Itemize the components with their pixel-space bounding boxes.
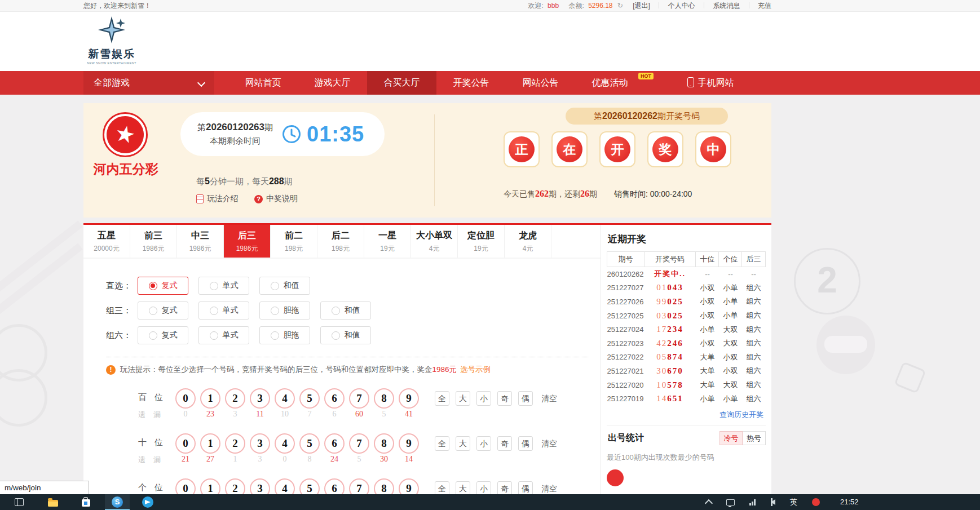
- recharge-link[interactable]: 充值: [758, 2, 771, 10]
- digit-cell: 760: [347, 388, 372, 424]
- tab-6[interactable]: 一星19元: [364, 225, 411, 258]
- tab-3[interactable]: 后三1986元: [224, 225, 271, 258]
- draw-attr-units: 小单: [719, 296, 742, 307]
- digit-button[interactable]: 0: [175, 433, 196, 454]
- digit-button[interactable]: 4: [275, 433, 295, 454]
- user-center-link[interactable]: 个人中心: [668, 2, 695, 10]
- cold-numbers-tab[interactable]: 冷号: [719, 431, 743, 445]
- recent-draw-row: 260120262开奖中..------: [607, 267, 766, 281]
- digit-button[interactable]: 7: [349, 433, 369, 454]
- digit-button[interactable]: 0: [175, 388, 196, 409]
- quick-button[interactable]: 偶: [518, 436, 533, 451]
- prize-rules-link[interactable]: ? 中奖说明: [254, 194, 298, 204]
- digit-button[interactable]: 5: [299, 433, 320, 454]
- tab-7[interactable]: 大小单双4元: [411, 225, 458, 258]
- quick-button[interactable]: 小: [476, 436, 491, 451]
- clear-button[interactable]: 清空: [541, 436, 557, 451]
- logout-link[interactable]: [退出]: [633, 2, 650, 10]
- system-messages-link[interactable]: 系统消息: [713, 2, 740, 10]
- quick-button[interactable]: 小: [476, 391, 491, 406]
- task-view-button[interactable]: [7, 494, 32, 510]
- draw-attr-units: 小单: [719, 283, 742, 293]
- digit-button[interactable]: 3: [250, 388, 270, 409]
- tray-expand-icon[interactable]: [705, 499, 713, 507]
- quick-button[interactable]: 全: [435, 391, 449, 406]
- nav-item-5[interactable]: 优惠活动HOT: [575, 71, 644, 95]
- volume-tray-icon[interactable]: [771, 499, 775, 505]
- digit-button[interactable]: 6: [324, 388, 345, 409]
- quick-button[interactable]: 大: [456, 436, 470, 451]
- play-option[interactable]: 和值: [259, 277, 310, 295]
- divider: [659, 2, 659, 8]
- red-app-tray-icon[interactable]: [812, 498, 820, 506]
- play-option[interactable]: 单式: [198, 277, 249, 295]
- digit-button[interactable]: 7: [349, 388, 369, 409]
- play-option[interactable]: 单式: [198, 301, 249, 320]
- play-option[interactable]: 复式: [138, 326, 188, 344]
- tab-0[interactable]: 五星20000元: [83, 225, 130, 258]
- display-tray-icon[interactable]: [726, 499, 735, 505]
- nav-item-0[interactable]: 网站首页: [228, 71, 298, 95]
- digit-button[interactable]: 5: [299, 388, 320, 409]
- digit-button[interactable]: 4: [275, 388, 295, 409]
- quick-button[interactable]: 偶: [518, 391, 533, 406]
- digit-button[interactable]: 9: [399, 433, 419, 454]
- network-tray-icon[interactable]: [749, 499, 756, 505]
- game-banner: ★ 河内五分彩 第20260120263期 本期剩余时间 01:35 每5分钟一…: [83, 103, 771, 218]
- example-link[interactable]: 选号示例: [460, 365, 491, 374]
- quick-button[interactable]: 奇: [497, 391, 512, 406]
- digit-button[interactable]: 8: [374, 433, 394, 454]
- radio-icon: [149, 282, 157, 290]
- digit-button[interactable]: 2: [225, 388, 245, 409]
- draw-number: 05874: [644, 352, 696, 362]
- digit-picker: 百位遗漏0012323311410576676085941全大小奇偶清空十位遗漏…: [106, 384, 601, 510]
- refresh-balance-icon[interactable]: ↻: [617, 2, 623, 10]
- telegram-button[interactable]: [135, 494, 160, 510]
- nav-item-3[interactable]: 开奖公告: [436, 71, 506, 95]
- nav-item-2[interactable]: 合买大厅: [367, 71, 436, 95]
- quick-button[interactable]: 大: [456, 391, 470, 406]
- play-option[interactable]: 胆拖: [259, 326, 310, 344]
- play-option[interactable]: 单式: [198, 326, 249, 344]
- decoration-dice: [894, 361, 926, 393]
- play-option[interactable]: 复式: [138, 277, 188, 295]
- howto-link[interactable]: 玩法介绍: [196, 194, 239, 204]
- digit-button[interactable]: 1: [200, 388, 220, 409]
- draw-number-tail: 234: [667, 325, 683, 334]
- play-option[interactable]: 复式: [138, 301, 188, 320]
- browser-app-button[interactable]: S: [105, 494, 130, 510]
- digit-button[interactable]: 6: [324, 433, 345, 454]
- quick-button[interactable]: 奇: [497, 436, 512, 451]
- taskbar-clock[interactable]: 21:52: [840, 494, 859, 510]
- history-link[interactable]: 查询历史开奖: [607, 410, 763, 420]
- quick-button[interactable]: 全: [435, 436, 449, 451]
- digit-button[interactable]: 2: [225, 433, 245, 454]
- tab-2[interactable]: 中三1986元: [177, 225, 224, 258]
- digit-button[interactable]: 8: [374, 388, 394, 409]
- play-option[interactable]: 胆拖: [259, 301, 310, 320]
- nav-item-1[interactable]: 游戏大厅: [298, 71, 367, 95]
- radio-icon: [210, 331, 218, 340]
- digit-button[interactable]: 9: [399, 388, 419, 409]
- hot-numbers-tab[interactable]: 热号: [743, 431, 766, 445]
- nav-item-6[interactable]: 手机网站: [671, 71, 750, 95]
- store-button[interactable]: [73, 494, 98, 510]
- username-link[interactable]: bbb: [548, 2, 559, 10]
- tab-8[interactable]: 定位胆19元: [458, 225, 505, 258]
- play-option[interactable]: 和值: [320, 326, 371, 344]
- nav-item-4[interactable]: 网站公告: [506, 71, 575, 95]
- tab-1[interactable]: 前三1986元: [130, 225, 177, 258]
- digit-button[interactable]: 3: [250, 433, 270, 454]
- tab-4[interactable]: 前二198元: [271, 225, 317, 258]
- tab-9[interactable]: 龙虎4元: [505, 225, 551, 258]
- site-logo[interactable]: 新雪娱乐 NEW SNOW ENTERTAINMENT: [83, 12, 140, 65]
- input-method-indicator[interactable]: 英: [790, 497, 797, 507]
- divider: [434, 114, 435, 206]
- file-explorer-button[interactable]: [41, 494, 65, 510]
- clear-button[interactable]: 清空: [541, 391, 557, 406]
- all-games-menu[interactable]: 全部游戏: [83, 71, 214, 95]
- play-tip: ! 玩法提示：每位至少选择一个号码，竞猜开奖号码的后三位，号码和位置都对应即中奖…: [106, 365, 601, 375]
- digit-button[interactable]: 1: [200, 433, 220, 454]
- tab-5[interactable]: 后二198元: [317, 225, 364, 258]
- play-option[interactable]: 和值: [320, 301, 371, 320]
